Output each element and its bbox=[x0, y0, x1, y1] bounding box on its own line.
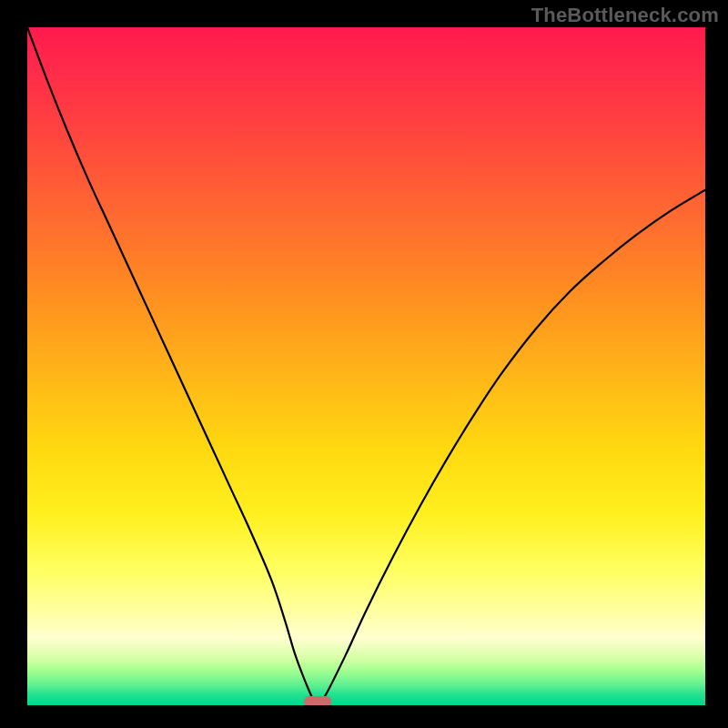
plot-area bbox=[27, 27, 705, 705]
bottleneck-curve bbox=[27, 27, 705, 705]
curve-layer bbox=[27, 27, 705, 705]
watermark-text: TheBottleneck.com bbox=[531, 4, 719, 27]
chart-frame: TheBottleneck.com bbox=[0, 0, 728, 728]
optimal-marker bbox=[304, 696, 331, 705]
